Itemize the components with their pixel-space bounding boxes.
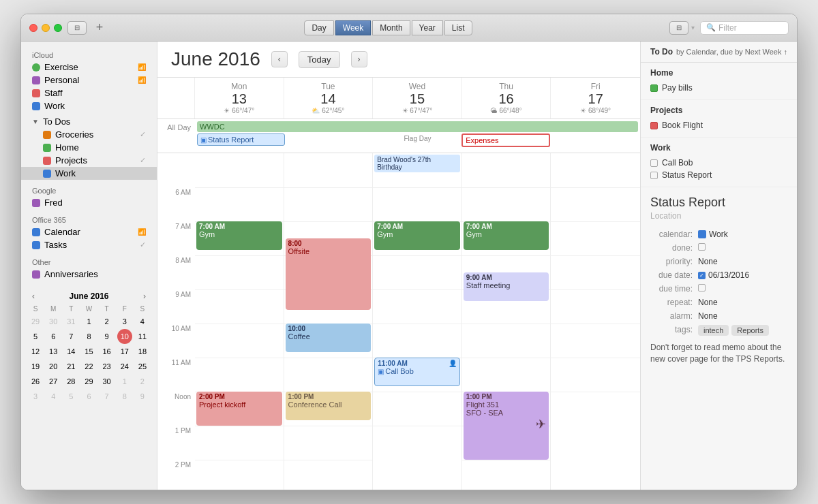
mini-cal-day[interactable]: 21 [63, 359, 78, 374]
mini-cal-day[interactable]: 11 [135, 329, 150, 344]
mini-cal-day[interactable]: 14 [63, 344, 78, 359]
close-button[interactable] [29, 24, 37, 32]
mini-cal-day[interactable]: 9 [135, 389, 150, 404]
due-date-checkbox[interactable] [698, 272, 706, 279]
sidebar-item-todos-work[interactable]: Work [21, 167, 157, 180]
mini-cal-day[interactable]: 30 [100, 374, 115, 389]
mini-cal-day[interactable]: 4 [46, 389, 61, 404]
tag-intech[interactable]: intech [698, 325, 729, 336]
mini-cal-day[interactable]: 9 [100, 329, 115, 344]
wed-callbob-event[interactable]: 11:00 AM ▣ Call Bob 👤 [374, 358, 460, 386]
mini-cal-day[interactable]: 15 [81, 344, 96, 359]
mini-cal-day[interactable]: 26 [28, 374, 43, 389]
todo-book-flight[interactable]: Book Flight [650, 119, 787, 131]
mini-cal-day[interactable]: 8 [117, 389, 132, 404]
sidebar-item-anniversaries[interactable]: Anniversaries [21, 268, 157, 281]
sidebar-item-projects[interactable]: Projects ✓ [21, 154, 157, 167]
wed-gym-event[interactable]: 7:00 AM Gym [374, 221, 460, 250]
sidebar-item-work[interactable]: Work [21, 99, 157, 112]
day-header-mon: Mon 13 ☀ 66°/47° [195, 78, 284, 119]
mini-cal-day[interactable]: 18 [135, 344, 150, 359]
mini-cal-today[interactable]: 10 [117, 329, 132, 344]
day-view-button[interactable]: Day [304, 20, 333, 35]
due-time-checkbox[interactable] [698, 284, 706, 292]
mini-cal-day[interactable]: 29 [81, 374, 96, 389]
mini-cal-day[interactable]: 3 [117, 314, 132, 329]
minimize-button[interactable] [42, 24, 50, 32]
done-checkbox[interactable] [698, 243, 706, 251]
sidebar-item-personal[interactable]: Personal 📶 [21, 74, 157, 86]
mini-cal-next[interactable]: › [140, 292, 149, 301]
tag-reports[interactable]: Reports [731, 325, 769, 336]
mon-project-event[interactable]: 2:00 PM Project kickoff [196, 392, 282, 426]
mini-cal-day[interactable]: 17 [117, 344, 132, 359]
sidebar-item-calendar[interactable]: Calendar 📶 [21, 225, 157, 238]
next-week-button[interactable]: › [351, 51, 367, 67]
list-view-button[interactable]: List [444, 20, 472, 35]
today-button[interactable]: Today [299, 51, 340, 68]
mini-cal-day[interactable]: 3 [28, 389, 43, 404]
mini-cal-day[interactable]: 29 [28, 314, 43, 329]
todo-call-bob[interactable]: Call Bob [650, 157, 787, 169]
mini-cal-day[interactable]: 1 [117, 374, 132, 389]
expenses-event[interactable]: Expenses [461, 133, 549, 147]
mini-cal-day[interactable]: 2 [100, 314, 115, 329]
sidebar-item-home[interactable]: Home [21, 141, 157, 154]
mini-cal-day[interactable]: 7 [100, 389, 115, 404]
prev-week-button[interactable]: ‹ [271, 51, 288, 67]
mini-cal-day[interactable]: 6 [81, 389, 96, 404]
mini-cal-day[interactable]: 30 [46, 314, 61, 329]
mini-cal-day[interactable]: 23 [100, 359, 115, 374]
add-calendar-button[interactable]: + [92, 20, 107, 35]
mini-cal-day[interactable]: 6 [46, 329, 61, 344]
mini-cal-day[interactable]: 19 [28, 359, 43, 374]
thu-flight-event[interactable]: 1:00 PM Flight 351 SFO - SEA ✈ [464, 392, 549, 460]
mini-cal-day[interactable]: 28 [63, 374, 78, 389]
sidebar-toggle-button[interactable]: ⊟ [67, 21, 87, 35]
sidebar-todos-header[interactable]: ▼ To Dos [21, 115, 157, 128]
mini-cal-day[interactable]: 16 [100, 344, 115, 359]
todo-projects-title: Projects [650, 106, 787, 115]
icloud-section: iCloud Exercise 📶 Personal 📶 Staff [21, 47, 157, 112]
mini-cal-day[interactable]: 25 [135, 359, 150, 374]
sidebar-item-tasks[interactable]: Tasks ✓ [21, 238, 157, 251]
sidebar-item-staff[interactable]: Staff [21, 86, 157, 99]
right-panel-toggle[interactable]: ⊟ [669, 21, 688, 35]
fullscreen-button[interactable] [54, 24, 62, 32]
mini-cal-day[interactable]: 4 [135, 314, 150, 329]
wed-brad-event[interactable]: Brad Wood's 27th Birthday [374, 155, 460, 172]
status-report-event[interactable]: ▣ Status Report [197, 133, 285, 146]
titlebar: ⊟ + Day Week Month Year List ⊟ ▾ 🔍 Filte… [21, 14, 797, 42]
week-view-button[interactable]: Week [335, 20, 371, 35]
tue-offsite-event[interactable]: 8:00 Offsite [286, 238, 372, 310]
filter-input[interactable]: 🔍 Filter [700, 21, 789, 35]
mini-cal-day[interactable]: 27 [46, 374, 61, 389]
mini-cal-day[interactable]: 5 [28, 329, 43, 344]
year-view-button[interactable]: Year [412, 20, 443, 35]
tue-conference-event[interactable]: 1:00 PM Conference Call [286, 392, 372, 420]
mini-cal-day[interactable]: 22 [81, 359, 96, 374]
todo-status-report[interactable]: Status Report [650, 169, 787, 181]
sidebar-item-fred[interactable]: Fred [21, 196, 157, 209]
mini-cal-day[interactable]: 20 [46, 359, 61, 374]
todo-pay-bills[interactable]: Pay bills [650, 82, 787, 94]
mini-cal-day[interactable]: 7 [63, 329, 78, 344]
month-view-button[interactable]: Month [372, 20, 410, 35]
tue-coffee-event[interactable]: 10:00 Coffee [286, 324, 372, 352]
wednesday-column: 7:00 AM Gym Brad Wood's 27th Birthday 11… [373, 153, 462, 490]
mini-cal-day[interactable]: 31 [63, 314, 78, 329]
mini-cal-day[interactable]: 5 [63, 389, 78, 404]
mini-cal-day[interactable]: 8 [81, 329, 96, 344]
thu-staff-event[interactable]: 9:00 AM Staff meeting [464, 272, 549, 301]
mini-cal-prev[interactable]: ‹ [29, 292, 37, 301]
mini-cal-day[interactable]: 12 [28, 344, 43, 359]
mini-cal-day[interactable]: 1 [81, 314, 96, 329]
thu-gym-event[interactable]: 7:00 AM Gym [464, 221, 549, 250]
sidebar-item-groceries[interactable]: Groceries ✓ [21, 128, 157, 141]
mon-gym-event[interactable]: 7:00 AM Gym [196, 221, 282, 250]
sidebar-item-exercise[interactable]: Exercise 📶 [21, 61, 157, 74]
mini-cal-day[interactable]: 2 [135, 374, 150, 389]
mini-cal-day[interactable]: 24 [117, 359, 132, 374]
mini-cal-day[interactable]: 13 [46, 344, 61, 359]
wwdc-event[interactable]: WWDC [197, 121, 638, 132]
